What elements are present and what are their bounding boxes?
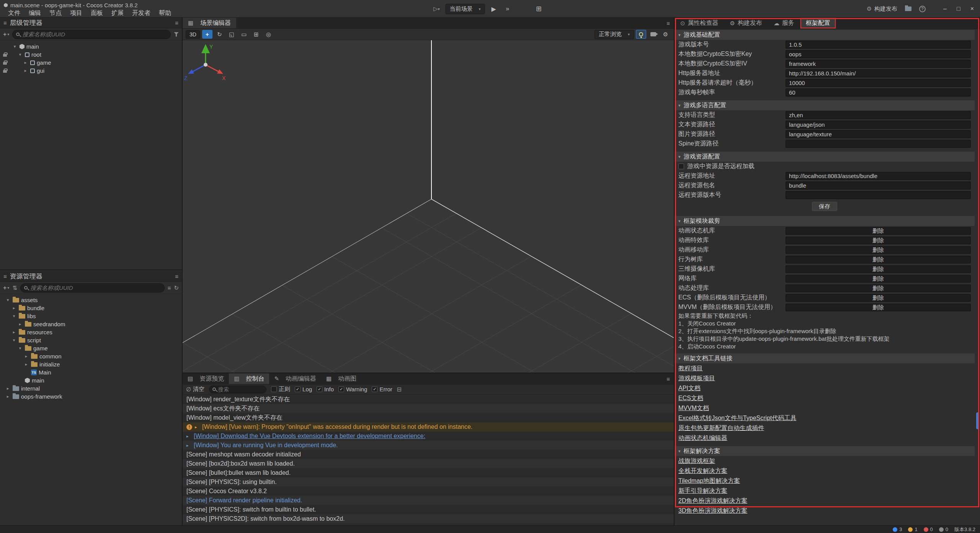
panel-options-icon[interactable]: ≡ <box>175 20 178 26</box>
tab-animation-editor[interactable]: ✎动画编辑器 <box>269 373 321 384</box>
log-row-info[interactable]: ▸[Window] Download the Vue Devtools exte… <box>183 432 674 441</box>
regex-checkbox[interactable]: 正则 <box>271 386 290 393</box>
lock-icon[interactable] <box>3 62 7 65</box>
console-search-input[interactable] <box>218 386 263 392</box>
hierarchy-search[interactable] <box>12 30 171 39</box>
remote-version-input[interactable] <box>786 191 971 199</box>
expand-log-icon[interactable]: ▸ <box>186 443 191 448</box>
assets-search[interactable] <box>20 283 165 293</box>
section-game-basic[interactable]: ▾游戏基础配置 <box>675 30 975 40</box>
link-anim-state-editor[interactable]: 动画状态机编辑器 <box>678 433 727 443</box>
preview-platform-button[interactable]: ▷ ▾ <box>432 4 442 14</box>
crypto-iv-input[interactable] <box>786 60 971 68</box>
asset-node-seedrandom[interactable]: ▸seedrandom <box>0 320 182 328</box>
filter-icon[interactable] <box>174 32 179 37</box>
menu-developer[interactable]: 开发者 <box>128 9 155 16</box>
fps-input[interactable] <box>786 88 971 96</box>
view-mode-3d-button[interactable]: 3D <box>186 30 200 39</box>
create-node-button[interactable]: + ▾ <box>3 31 9 38</box>
log-row[interactable]: [Scene] Cocos Creator v3.8.2 <box>183 487 674 496</box>
maximize-button[interactable]: □ <box>957 5 960 12</box>
remote-load-checkbox[interactable] <box>678 163 684 169</box>
link-ecs-docs[interactable]: ECS文档 <box>678 393 703 403</box>
http-timeout-input[interactable] <box>786 79 971 87</box>
delete-anim-effect-button[interactable]: 删除 <box>786 237 971 244</box>
delete-behavior-tree-button[interactable]: 删除 <box>786 256 971 263</box>
chevron-right-icon[interactable]: ▸ <box>5 394 11 399</box>
section-modules[interactable]: ▾框架模块裁剪 <box>675 216 975 226</box>
refresh-icon[interactable]: ↻ <box>174 284 179 291</box>
log-row-warning[interactable]: !▸[Window] [Vue warn]: Property "onInput… <box>183 422 674 432</box>
log-row[interactable]: [Scene] [PHYSICS]: switch from builtin t… <box>183 505 674 514</box>
log-row[interactable]: [Window] ecs文件夹不存在 <box>183 404 674 413</box>
log-row-info[interactable]: ▸[Window] You are running Vue in develop… <box>183 441 674 450</box>
panel-menu-icon[interactable]: ≡ <box>3 273 7 280</box>
layout-grid-button[interactable]: ⊞ <box>534 4 544 14</box>
link-excel-tool[interactable]: Excel格式转Json文件与TypeScript代码工具 <box>678 413 797 423</box>
log-row[interactable]: [Window] render_texture文件夹不存在 <box>183 395 674 404</box>
delete-mvvm-button[interactable]: 删除 <box>786 304 971 311</box>
sort-assets-icon[interactable]: ⇅ <box>12 284 17 291</box>
chevron-down-icon[interactable]: ▾ <box>17 52 23 57</box>
play-button[interactable]: ▶ <box>489 4 499 14</box>
hierarchy-node-main[interactable]: ▾ main <box>0 43 182 51</box>
tab-service[interactable]: ☁服务 <box>768 18 800 29</box>
asset-node-resources[interactable]: ▸resources <box>0 328 182 336</box>
delete-camera3d-button[interactable]: 删除 <box>786 265 971 273</box>
error-count-badge[interactable]: 0 <box>924 526 933 532</box>
chevron-right-icon[interactable]: ▸ <box>23 354 29 359</box>
step-button[interactable]: » <box>503 4 513 14</box>
asset-node-assets[interactable]: ▾assets <box>0 296 182 304</box>
scene-light-toggle-button[interactable] <box>636 30 646 39</box>
expand-log-icon[interactable]: ▸ <box>195 425 199 430</box>
log-row[interactable]: [Scene] [bullet]:bullet wasm lib loaded. <box>183 468 674 477</box>
chevron-right-icon[interactable]: ▸ <box>5 386 11 391</box>
tab-framework-config[interactable]: 框架配置 <box>800 18 836 29</box>
asset-list-icon[interactable]: ≡ <box>168 284 171 291</box>
asset-node-main-scene[interactable]: main <box>0 376 182 384</box>
world-space-toggle-button[interactable]: ◎ <box>263 30 274 39</box>
panel-options-icon[interactable]: ≡ <box>666 376 674 382</box>
delete-anim-move-button[interactable]: 删除 <box>786 246 971 254</box>
expand-log-icon[interactable]: ▸ <box>186 434 191 439</box>
log-row[interactable]: [Scene] [PHYSICS2D]: switch from box2d-w… <box>183 514 674 523</box>
info-count-badge[interactable]: 3 <box>893 526 902 532</box>
minimize-button[interactable]: – <box>943 5 947 12</box>
asset-node-oops-framework[interactable]: ▸oops-framework <box>0 392 182 401</box>
chevron-right-icon[interactable]: ▸ <box>11 330 17 335</box>
hierarchy-search-input[interactable] <box>22 31 167 38</box>
asset-node-common[interactable]: ▸common <box>0 352 182 360</box>
close-button[interactable]: × <box>970 5 974 12</box>
link-mvvm-docs[interactable]: MVVM文档 <box>678 403 709 413</box>
chevron-right-icon[interactable]: ▸ <box>23 60 28 65</box>
menu-help[interactable]: 帮助 <box>155 9 175 16</box>
assets-search-input[interactable] <box>30 284 161 291</box>
console-search[interactable] <box>209 386 266 393</box>
collapse-logs-icon[interactable]: ⊟ <box>397 386 402 393</box>
inspector-scrollbar-thumb[interactable] <box>976 412 979 429</box>
asset-node-internal[interactable]: ▸internal <box>0 384 182 392</box>
scene-gizmo-settings-button[interactable]: ⚙ <box>660 30 671 39</box>
language-json-path-input[interactable] <box>786 121 971 129</box>
chevron-right-icon[interactable]: ▸ <box>11 306 17 311</box>
link-api-docs[interactable]: API文档 <box>678 383 701 393</box>
tab-animation-graph[interactable]: ▦动画图 <box>321 373 361 384</box>
link-guide-solution[interactable]: 新手引导解决方案 <box>678 486 727 496</box>
section-language[interactable]: ▾游戏多语言配置 <box>675 100 975 110</box>
link-war-chess-framework[interactable]: 战旗游戏框架 <box>678 456 715 466</box>
remote-url-input[interactable] <box>786 172 971 180</box>
section-docs[interactable]: ▾框架文档工具链接 <box>675 353 975 363</box>
http-server-input[interactable] <box>786 69 971 77</box>
log-row-info[interactable]: [Scene] Forward render pipeline initiali… <box>183 496 674 505</box>
scene-viewport[interactable]: Y X Z <box>183 40 674 373</box>
tab-console[interactable]: ▥控制台 <box>229 373 269 384</box>
scale-tool-button[interactable]: ◱ <box>227 30 237 39</box>
menu-edit[interactable]: 编辑 <box>24 9 45 16</box>
filter-log-checkbox[interactable]: ✓Log <box>295 386 312 392</box>
menu-extension[interactable]: 扩展 <box>107 9 128 16</box>
delete-ecs-button[interactable]: 删除 <box>786 294 971 302</box>
chevron-right-icon[interactable]: ▸ <box>23 362 29 367</box>
chevron-right-icon[interactable]: ▸ <box>23 68 28 73</box>
log-row[interactable]: [Scene] meshopt wasm decoder initialized <box>183 450 674 459</box>
menu-file[interactable]: 文件 <box>4 9 24 16</box>
